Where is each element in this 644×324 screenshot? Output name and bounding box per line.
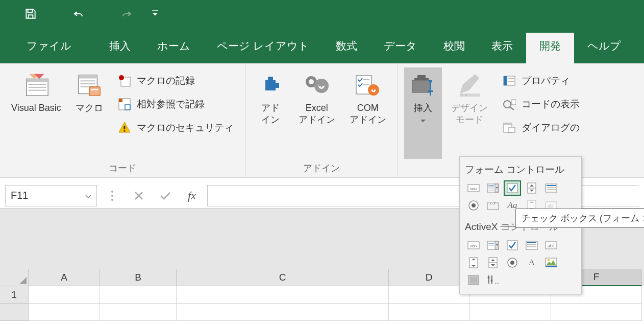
insert-controls-icon: [409, 72, 437, 99]
insert-controls-label: 挿入: [414, 102, 432, 126]
form-spinner-control[interactable]: [523, 180, 540, 196]
tab-insert[interactable]: 挿入: [96, 33, 144, 63]
com-addins-icon: [354, 72, 382, 99]
tab-data[interactable]: データ: [370, 33, 430, 63]
activex-listbox-control[interactable]: [523, 238, 540, 253]
tab-review[interactable]: 校閲: [430, 33, 478, 63]
addins-button[interactable]: アド イン: [252, 67, 289, 159]
form-listbox-control[interactable]: [542, 180, 560, 196]
design-mode-button[interactable]: デザイン モード: [446, 67, 493, 159]
column-header-B[interactable]: B: [100, 269, 177, 286]
select-all-corner[interactable]: [0, 269, 29, 286]
visual-basic-button[interactable]: Visual Basic: [6, 67, 66, 159]
activex-scrollbar-control[interactable]: [465, 255, 482, 270]
row-header[interactable]: [0, 304, 29, 321]
cell[interactable]: [29, 286, 100, 304]
activex-textbox-control[interactable]: ab: [542, 238, 560, 253]
macros-button[interactable]: マクロ: [70, 67, 108, 159]
activex-more-controls[interactable]: ...: [484, 272, 502, 288]
row-header-1[interactable]: 1: [0, 286, 29, 304]
cell[interactable]: [29, 304, 100, 321]
svg-rect-95: [469, 276, 478, 284]
quick-access-toolbar: [0, 0, 644, 28]
form-groupbox-control[interactable]: XYZ: [484, 198, 502, 213]
column-header-D[interactable]: D: [389, 269, 469, 286]
tooltip: チェック ボックス (フォーム コ: [515, 209, 644, 228]
form-combobox-control[interactable]: [484, 180, 502, 196]
tab-formulas[interactable]: 数式: [323, 33, 370, 63]
cell[interactable]: [469, 304, 551, 321]
svg-point-46: [111, 191, 113, 193]
group-code-label: コード: [6, 159, 239, 175]
cell[interactable]: [389, 304, 469, 321]
cell[interactable]: [389, 286, 469, 304]
record-macro-label: マクロの記録: [137, 74, 195, 87]
tab-help[interactable]: ヘルプ: [574, 33, 634, 63]
cell[interactable]: [100, 286, 177, 304]
tab-view[interactable]: 表示: [478, 33, 526, 63]
excel-addins-label: Excel アドイン: [299, 102, 335, 126]
tab-file[interactable]: ファイル: [13, 33, 85, 63]
activex-label-control[interactable]: A: [523, 255, 540, 270]
column-header-A[interactable]: A: [29, 269, 100, 286]
name-box-dropdown-icon[interactable]: [85, 190, 91, 201]
com-addins-button[interactable]: COM アドイン: [344, 67, 391, 159]
cell[interactable]: [177, 286, 389, 304]
activex-image-control[interactable]: [542, 255, 560, 270]
activex-optionbutton-control[interactable]: [504, 255, 521, 270]
activex-checkbox-control[interactable]: [504, 238, 521, 253]
form-optionbutton-control[interactable]: [465, 198, 482, 213]
activex-controls-grid: xxxx ab A ...: [465, 238, 576, 288]
cell[interactable]: [177, 304, 389, 321]
activex-spinner-control[interactable]: [484, 255, 502, 270]
activex-button-control[interactable]: xxxx: [465, 238, 482, 253]
tab-home[interactable]: ホーム: [144, 33, 204, 63]
tab-page-layout[interactable]: ページ レイアウト: [204, 33, 323, 63]
undo-button[interactable]: [70, 6, 87, 22]
macro-security-icon: [117, 121, 132, 135]
tab-developer[interactable]: 開発: [526, 33, 574, 63]
cancel-formula-button[interactable]: [131, 188, 147, 204]
properties-button[interactable]: プロパティ: [497, 71, 585, 91]
run-dialog-button[interactable]: ダイアログの: [497, 118, 585, 138]
cell[interactable]: [551, 304, 642, 321]
svg-rect-78: [507, 241, 517, 250]
svg-point-47: [111, 195, 113, 197]
group-addins-label: アドイン: [252, 159, 391, 175]
svg-rect-53: [488, 186, 494, 187]
svg-point-92: [548, 259, 550, 261]
svg-rect-71: [554, 203, 554, 208]
excel-addins-icon: [303, 72, 331, 99]
svg-text:ab: ab: [548, 203, 553, 209]
svg-point-13: [119, 75, 124, 80]
view-code-button[interactable]: コードの表示: [497, 94, 585, 114]
enter-formula-button[interactable]: [157, 188, 174, 204]
record-macro-button[interactable]: マクロの記録: [112, 71, 239, 91]
form-checkbox-control[interactable]: [504, 180, 521, 196]
svg-rect-80: [527, 242, 536, 243]
relative-reference-button[interactable]: 相対参照で記録: [112, 94, 239, 114]
design-mode-label: デザイン モード: [451, 102, 488, 126]
options-icon[interactable]: [104, 188, 120, 204]
svg-rect-55: [488, 190, 494, 191]
redo-button[interactable]: [118, 6, 135, 22]
form-button-control[interactable]: xxxx: [465, 180, 482, 196]
insert-function-button[interactable]: fx: [184, 188, 200, 204]
macro-security-button[interactable]: マクロのセキュリティ: [112, 118, 239, 138]
save-button[interactable]: [22, 6, 39, 22]
name-box[interactable]: F11: [5, 185, 97, 206]
activex-togglebutton-control[interactable]: [465, 272, 482, 288]
qat-customize-dropdown[interactable]: [151, 6, 159, 22]
cell[interactable]: [100, 304, 177, 321]
svg-rect-4: [28, 90, 46, 91]
svg-point-98: [488, 276, 490, 279]
com-addins-label: COM アドイン: [350, 102, 386, 126]
excel-addins-button[interactable]: Excel アドイン: [293, 67, 340, 159]
addins-icon: [257, 72, 284, 99]
svg-rect-44: [504, 123, 512, 125]
activex-combobox-control[interactable]: [484, 238, 502, 253]
column-header-C[interactable]: C: [177, 269, 389, 286]
insert-controls-button[interactable]: 挿入: [404, 67, 442, 159]
record-macro-icon: [117, 74, 132, 88]
run-dialog-label: ダイアログの: [522, 121, 580, 134]
